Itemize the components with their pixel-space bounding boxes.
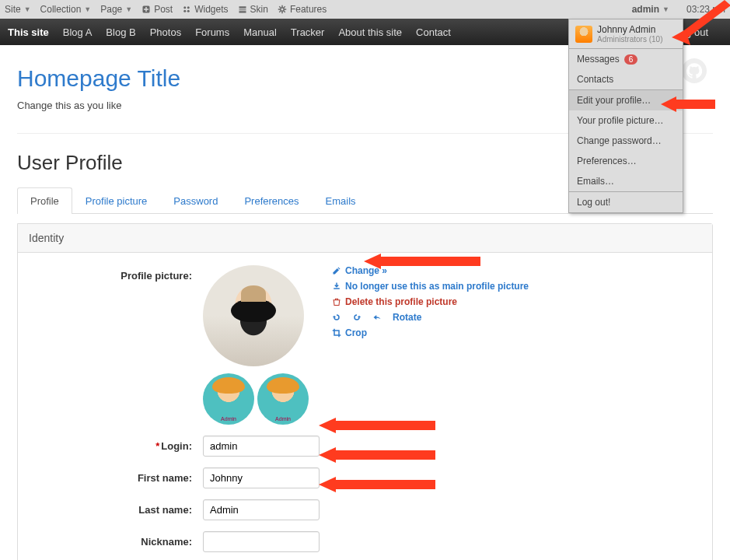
edit-icon xyxy=(332,266,341,275)
caret-down-icon: ▼ xyxy=(24,5,31,13)
input-last-name[interactable] xyxy=(203,499,320,520)
dropdown-user-group: Administrators (10) xyxy=(597,35,662,44)
skin-icon xyxy=(238,5,247,14)
action-rotate-left[interactable] xyxy=(332,313,344,322)
tab-profile[interactable]: Profile xyxy=(17,187,72,214)
action-rotate-label: Rotate xyxy=(393,312,421,323)
dropdown-edit-profile[interactable]: Edit your profile… xyxy=(569,90,683,110)
label-last-name: Last name: xyxy=(32,499,203,516)
toolbar-collection[interactable]: Collection▼ xyxy=(40,4,92,15)
action-delete-picture-label: Delete this profile picture xyxy=(345,296,457,307)
svg-point-5 xyxy=(183,10,186,12)
action-change-picture-label: Change » xyxy=(345,265,387,276)
nav-this-site[interactable]: This site xyxy=(8,26,49,38)
toolbar-collection-label: Collection xyxy=(40,4,82,15)
identity-panel-body: Profile picture: Change » xyxy=(18,253,712,560)
svg-rect-8 xyxy=(239,9,246,10)
toolbar-widgets-label: Widgets xyxy=(194,4,228,15)
svg-rect-2 xyxy=(144,9,148,10)
input-first-name[interactable] xyxy=(203,467,320,488)
action-crop[interactable]: Crop xyxy=(332,327,529,338)
dropdown-user-name: Johnny Admin xyxy=(597,24,662,35)
caret-down-icon: ▼ xyxy=(84,5,91,13)
svg-line-18 xyxy=(279,11,281,12)
plus-icon xyxy=(141,5,151,14)
action-rotate-row: Rotate xyxy=(332,312,529,323)
svg-line-15 xyxy=(279,6,281,8)
svg-rect-9 xyxy=(239,11,246,12)
share-icon xyxy=(372,313,382,322)
toolbar-user[interactable]: admin▼ xyxy=(632,4,669,15)
github-badge[interactable] xyxy=(682,58,707,83)
dropdown-contacts[interactable]: Contacts xyxy=(569,69,683,89)
row-profile-picture: Profile picture: Change » xyxy=(32,265,698,425)
label-nickname: Nickname: xyxy=(32,531,203,548)
caret-down-icon: ▼ xyxy=(662,5,669,13)
label-first-name: First name: xyxy=(32,467,203,484)
input-nickname[interactable] xyxy=(203,531,320,552)
caret-down-icon: ▼ xyxy=(125,5,132,13)
row-last-name: Last name: xyxy=(32,499,698,520)
label-login: *Login: xyxy=(32,436,203,452)
toolbar-widgets[interactable]: Widgets xyxy=(182,4,228,15)
svg-rect-7 xyxy=(239,6,246,8)
tab-emails[interactable]: Emails xyxy=(313,187,369,214)
dropdown-emails[interactable]: Emails… xyxy=(569,171,683,191)
download-icon xyxy=(332,282,341,291)
svg-line-16 xyxy=(284,11,285,12)
dropdown-messages[interactable]: Messages6 xyxy=(569,49,683,69)
svg-point-3 xyxy=(183,6,186,9)
widgets-icon xyxy=(182,5,191,14)
trash-icon xyxy=(332,297,341,306)
toolbar-features-label: Features xyxy=(290,4,327,15)
svg-line-17 xyxy=(284,6,285,8)
nav-forums[interactable]: Forums xyxy=(195,26,229,38)
toolbar-post-label: Post xyxy=(154,4,173,15)
label-profile-picture: Profile picture: xyxy=(32,265,203,282)
toolbar-page[interactable]: Page▼ xyxy=(100,4,132,15)
toolbar-skin[interactable]: Skin xyxy=(238,4,268,15)
action-crop-label: Crop xyxy=(345,327,367,338)
nav-contact[interactable]: Contact xyxy=(416,26,451,38)
dropdown-logout[interactable]: Log out! xyxy=(569,192,683,212)
action-no-longer-main[interactable]: No longer use this as main profile pictu… xyxy=(332,281,529,292)
toolbar-features[interactable]: Features xyxy=(278,4,327,15)
nav-blog-a[interactable]: Blog A xyxy=(63,26,93,38)
input-login[interactable] xyxy=(203,436,320,457)
dropdown-preferences[interactable]: Preferences… xyxy=(569,151,683,171)
profile-thumb-2[interactable] xyxy=(257,373,309,425)
github-icon xyxy=(686,63,702,79)
nav-manual[interactable]: Manual xyxy=(243,26,277,38)
main-profile-picture[interactable] xyxy=(203,265,304,366)
action-rotate-right[interactable] xyxy=(352,313,365,322)
dropdown-messages-label: Messages xyxy=(577,54,620,65)
toolbar-time: 03:23 pm xyxy=(686,4,725,15)
tab-profile-picture[interactable]: Profile picture xyxy=(72,187,160,214)
nav-photos[interactable]: Photos xyxy=(150,26,181,38)
action-no-longer-main-label: No longer use this as main profile pictu… xyxy=(345,281,529,292)
toolbar-post[interactable]: Post xyxy=(141,4,173,15)
admin-toolbar: Site▼ Collection▼ Page▼ Post Widgets Ski… xyxy=(0,0,730,19)
action-delete-picture[interactable]: Delete this profile picture xyxy=(332,296,529,307)
dropdown-profile-picture[interactable]: Your profile picture… xyxy=(569,110,683,131)
toolbar-site-label: Site xyxy=(5,4,21,15)
svg-point-10 xyxy=(281,8,285,12)
messages-badge: 6 xyxy=(624,54,638,65)
nav-tracker[interactable]: Tracker xyxy=(291,26,325,38)
profile-picture-thumbs xyxy=(203,373,320,425)
dropdown-avatar xyxy=(575,26,592,43)
profile-thumb-1[interactable] xyxy=(203,373,254,425)
svg-point-4 xyxy=(187,6,190,9)
nav-blog-b[interactable]: Blog B xyxy=(106,26,135,38)
profile-picture-actions: Change » No longer use this as main prof… xyxy=(332,265,529,343)
dropdown-change-password[interactable]: Change password… xyxy=(569,131,683,151)
tab-password[interactable]: Password xyxy=(160,187,231,214)
dropdown-header[interactable]: Johnny Admin Administrators (10) xyxy=(569,19,683,49)
action-change-picture[interactable]: Change » xyxy=(332,265,529,276)
rotate-right-icon xyxy=(352,313,362,322)
toolbar-skin-label: Skin xyxy=(250,4,268,15)
nav-about[interactable]: About this site xyxy=(338,26,402,38)
tab-preferences[interactable]: Preferences xyxy=(231,187,312,214)
toolbar-site[interactable]: Site▼ xyxy=(5,4,31,15)
action-rotate-180[interactable] xyxy=(372,313,385,322)
